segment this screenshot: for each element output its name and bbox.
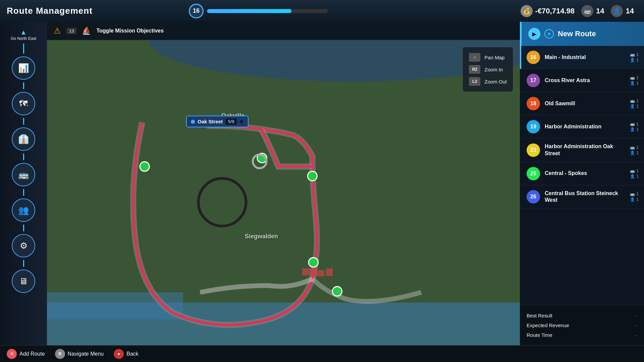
route-name-25: Central - Spokes — [545, 170, 625, 177]
expected-revenue-value: - — [636, 322, 637, 328]
best-result-value: - — [636, 313, 637, 318]
tooltip-count: 5/9 — [225, 118, 237, 125]
svg-point-8 — [332, 287, 342, 296]
route-item-16[interactable]: 16 Main - Industrial 🚌 1 👤 1 — [520, 46, 644, 69]
route-bus-stat-25: 🚌 1 — [630, 169, 639, 173]
route-bus-stat-16: 🚌 1 — [630, 52, 639, 57]
route-info-17: Cross River Astra — [545, 77, 625, 84]
route-person-stat-23: 👤 1 — [630, 150, 639, 155]
svg-rect-13 — [326, 268, 333, 276]
route-person-stat-26: 👤 1 — [630, 197, 639, 202]
route-stats-26: 🚌 1 👤 1 — [630, 192, 639, 202]
route-number-25: 25 — [527, 167, 540, 180]
money-icon: 💰 — [521, 5, 533, 17]
route-item-18[interactable]: 18 Old Sawmill 🚌 1 👤 1 — [520, 92, 644, 115]
route-person-stat-19: 👤 1 — [630, 127, 639, 132]
svg-rect-12 — [316, 270, 324, 276]
route-number-26: 26 — [527, 190, 540, 203]
route-stats-25: 🚌 1 👤 1 — [630, 169, 639, 179]
route-name-26: Central Bus Station Steineck West — [545, 190, 625, 204]
route-info-18: Old Sawmill — [545, 100, 625, 107]
route-person-stat-16: 👤 1 — [630, 58, 639, 62]
navigate-menu-button[interactable]: R Navigate Menu — [55, 349, 104, 359]
route-info-23: Harbor Administration Oak Street — [545, 143, 625, 157]
best-result-row: Best Result - — [527, 311, 637, 320]
top-bar: Route Management 16 💰 -€70,714.98 🚌 14 👤… — [0, 0, 644, 22]
zoom-out-key: L2 — [469, 77, 480, 86]
zoom-out-control: L2 Zoom Out — [469, 75, 507, 87]
route-person-stat-25: 👤 1 — [630, 174, 639, 179]
svg-point-4 — [140, 162, 149, 171]
route-item-19[interactable]: 19 Harbor Administration 🚌 1 👤 1 — [520, 115, 644, 138]
nav-btn-bus[interactable]: 🚌 — [12, 163, 35, 186]
map-area[interactable]: Oakville Siegwalden Oak Street 5/9 ⚙ — [47, 22, 520, 345]
tooltip-label: Oak Street — [198, 119, 223, 124]
level-indicator: 16 — [189, 4, 328, 18]
route-info-16: Main - Industrial — [545, 54, 625, 61]
nav-btn-monitor[interactable]: 🖥 — [12, 269, 35, 293]
right-sidebar: ▶ + New Route 16 Main - Industrial 🚌 1 👤… — [520, 22, 644, 345]
route-bus-stat-18: 🚌 1 — [630, 99, 639, 103]
route-bus-stat-26: 🚌 1 — [630, 192, 639, 196]
route-name-16: Main - Industrial — [545, 54, 625, 61]
nav-btn-stats[interactable]: 📊 — [12, 56, 35, 80]
route-number-18: 18 — [527, 97, 540, 110]
tooltip-dot — [191, 120, 195, 124]
nav-line-6 — [23, 260, 24, 267]
route-time-label: Route Time — [527, 332, 552, 338]
route-number-23: 23 — [527, 143, 540, 157]
route-name-17: Cross River Astra — [545, 77, 625, 84]
page-title: Route Management — [0, 6, 93, 16]
x-key-icon: ✕ — [7, 349, 17, 359]
route-stats-23: 🚌 1 👤 1 — [630, 145, 639, 155]
route-bus-stat-19: 🚌 1 — [630, 122, 639, 126]
new-route-button[interactable]: ▶ + New Route — [520, 22, 644, 46]
r-key-icon: R — [55, 349, 65, 359]
back-button[interactable]: ● Back — [114, 349, 139, 359]
svg-point-7 — [309, 258, 318, 267]
nav-line-top — [23, 44, 24, 54]
route-name-23: Harbor Administration Oak Street — [545, 143, 625, 157]
nav-line-2 — [23, 118, 24, 125]
route-bus-stat-17: 🚌 1 — [630, 75, 639, 80]
back-key-icon: ● — [114, 349, 124, 359]
nav-btn-group[interactable]: 👥 — [12, 198, 35, 222]
route-info-19: Harbor Administration — [545, 123, 625, 130]
route-item-26[interactable]: 26 Central Bus Station Steineck West 🚌 1… — [520, 185, 644, 209]
route-item-23[interactable]: 23 Harbor Administration Oak Street 🚌 1 … — [520, 138, 644, 162]
go-direction-indicator: ▲ Go North East — [11, 28, 36, 41]
add-route-button[interactable]: ✕ Add Route — [7, 349, 45, 359]
mission-label: Toggle Mission Objectives — [96, 28, 164, 34]
people-count: 14 — [626, 7, 634, 15]
oak-street-tooltip: Oak Street 5/9 ⚙ — [186, 116, 249, 127]
mission-ship-icon: ⛵ — [82, 26, 91, 35]
route-name-18: Old Sawmill — [545, 100, 625, 107]
nav-line-1 — [23, 82, 24, 89]
route-item-25[interactable]: 25 Central - Spokes 🚌 1 👤 1 — [520, 162, 644, 185]
route-stats-18: 🚌 1 👤 1 — [630, 99, 639, 109]
tooltip-settings-icon: ⚙ — [239, 119, 244, 124]
direction-label: Go North East — [11, 36, 36, 41]
pan-control: ○ Pan Map — [469, 51, 507, 63]
new-route-label: New Route — [558, 29, 596, 38]
nav-btn-settings[interactable]: ⚙ — [12, 234, 35, 257]
route-info-26: Central Bus Station Steineck West — [545, 190, 625, 204]
map-svg — [47, 22, 520, 345]
back-label: Back — [126, 351, 139, 357]
money-stat: 💰 -€70,714.98 — [521, 5, 575, 17]
nav-btn-person[interactable]: 👔 — [12, 127, 35, 151]
mission-warning-icon: ⚠ — [54, 26, 61, 36]
mission-bar[interactable]: ⚠ 13 ⛵ Toggle Mission Objectives — [47, 22, 520, 40]
route-stats-17: 🚌 1 👤 1 — [630, 75, 639, 85]
route-person-stat-18: 👤 1 — [630, 104, 639, 109]
best-result-label: Best Result — [527, 313, 552, 318]
zoom-out-label: Zoom Out — [484, 79, 507, 84]
svg-rect-11 — [302, 268, 312, 275]
left-sidebar: ▲ Go North East 📊 🗺 👔 🚌 👥 ⚙ 🖥 — [0, 22, 47, 345]
route-stats-19: 🚌 1 👤 1 — [630, 122, 639, 132]
nav-btn-map[interactable]: 🗺 — [12, 92, 35, 115]
route-item-17[interactable]: 17 Cross River Astra 🚌 1 👤 1 — [520, 69, 644, 92]
people-stat: 👤 14 — [611, 5, 634, 17]
plus-icon: + — [544, 29, 554, 39]
route-name-19: Harbor Administration — [545, 123, 625, 130]
